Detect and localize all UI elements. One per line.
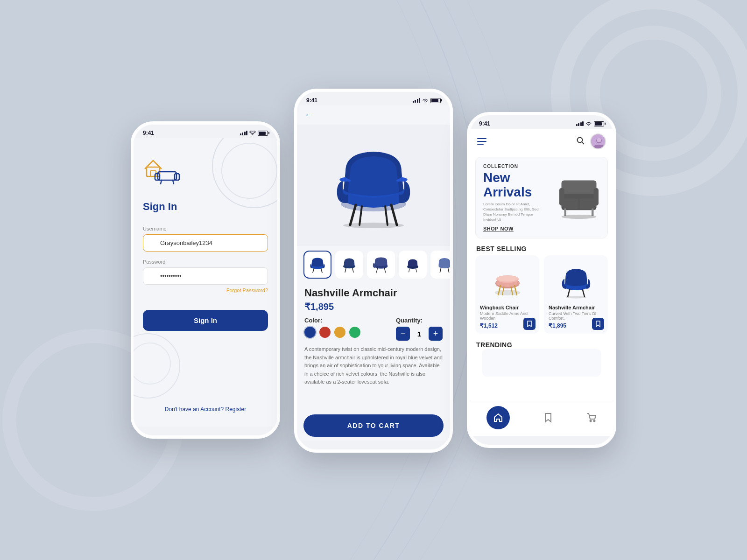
- svg-line-22: [376, 268, 377, 272]
- shop-now-button[interactable]: SHOP NOW: [483, 226, 558, 231]
- svg-point-17: [343, 223, 404, 228]
- svg-line-25: [416, 269, 417, 272]
- svg-point-54: [590, 420, 592, 422]
- svg-line-18: [313, 268, 314, 273]
- svg-point-46: [497, 276, 518, 282]
- hamburger-menu[interactable]: [477, 138, 486, 145]
- color-dots: [304, 327, 360, 338]
- color-orange[interactable]: [334, 327, 345, 338]
- nashville-bookmark[interactable]: [592, 318, 604, 330]
- thumbnail-4[interactable]: [399, 251, 427, 279]
- svg-line-29: [582, 142, 585, 145]
- svg-line-19: [321, 268, 322, 273]
- sign-in-phone: 9:41: [131, 121, 280, 439]
- username-input-wrapper: [143, 234, 268, 252]
- shop-home-phone: 9:41: [467, 112, 616, 448]
- color-green[interactable]: [349, 327, 360, 338]
- wingback-name: Wingback Chair: [480, 305, 535, 310]
- svg-line-26: [440, 268, 441, 272]
- svg-line-51: [568, 290, 570, 297]
- product-content: ←: [297, 105, 450, 441]
- thumbnail-2[interactable]: [335, 251, 363, 279]
- qty-increase-button[interactable]: +: [429, 327, 443, 341]
- bg-circle-2: [221, 143, 277, 199]
- svg-rect-40: [592, 208, 594, 216]
- svg-point-28: [578, 138, 583, 143]
- time-left: 9:41: [143, 130, 154, 136]
- product-card-nashville: Nashville Armchair Curved With Two Tiers…: [544, 255, 608, 334]
- status-icons-right: [576, 121, 605, 126]
- username-input[interactable]: [143, 234, 268, 252]
- color-quantity-row: Color: Quantity: − 1 +: [304, 317, 443, 341]
- add-to-cart-button[interactable]: ADD TO CART: [303, 414, 444, 437]
- qty-controls: − 1 +: [396, 327, 443, 341]
- wingback-bookmark[interactable]: [523, 318, 536, 330]
- password-input-wrapper: [143, 267, 268, 285]
- svg-line-20: [345, 268, 346, 272]
- thumbnail-row: [297, 246, 450, 283]
- quantity-label: Quantity:: [396, 317, 443, 324]
- svg-line-27: [448, 268, 449, 272]
- nav-cart[interactable]: [586, 413, 597, 423]
- battery-icon-right: [594, 121, 604, 126]
- best-selling-title: BEST SELLING: [470, 241, 613, 255]
- banner-heading: NewArrivals: [483, 171, 558, 200]
- banner-description: Lorem ipsum Dolor sit Amet, Consectetur …: [483, 202, 544, 223]
- svg-rect-37: [559, 188, 564, 206]
- battery-icon-mid: [430, 98, 441, 103]
- svg-line-23: [385, 268, 386, 272]
- qty-value: 1: [415, 330, 424, 338]
- wifi-icon-mid: [422, 98, 429, 103]
- username-group: Username: [143, 226, 268, 252]
- product-price: ₹1,895: [304, 301, 443, 312]
- password-input[interactable]: [143, 267, 268, 285]
- forgot-password-link[interactable]: Forgot Password?: [143, 287, 268, 293]
- banner-collection-label: COLLECTION: [483, 164, 558, 169]
- password-group: Password Forgot Password?: [143, 259, 268, 293]
- svg-rect-38: [594, 188, 599, 206]
- svg-line-21: [352, 268, 353, 272]
- color-red[interactable]: [319, 327, 331, 338]
- banner-card: COLLECTION NewArrivals Lorem ipsum Dolor…: [475, 157, 608, 238]
- register-link[interactable]: Don't have an Account? Register: [143, 406, 268, 417]
- status-icons-left: [240, 131, 268, 136]
- bottom-nav: [470, 401, 613, 436]
- trending-label: TRENDING: [476, 341, 512, 349]
- username-label: Username: [143, 226, 268, 231]
- signal-icon-mid: [413, 98, 421, 103]
- svg-rect-35: [563, 198, 579, 209]
- battery-icon: [258, 131, 268, 136]
- qty-decrease-button[interactable]: −: [396, 327, 410, 341]
- shop-header: [470, 129, 613, 154]
- user-avatar[interactable]: [590, 133, 606, 149]
- time-right: 9:41: [479, 120, 490, 127]
- banner-text: COLLECTION NewArrivals Lorem ipsum Dolor…: [483, 164, 558, 231]
- svg-rect-5: [158, 172, 176, 180]
- thumbnail-3[interactable]: [367, 251, 395, 279]
- banner-sofa-image: [558, 172, 600, 224]
- signin-button[interactable]: Sign In: [143, 310, 268, 331]
- password-label: Password: [143, 259, 268, 265]
- thumbnail-1[interactable]: [303, 251, 331, 279]
- trending-title: TRENDING: [470, 337, 613, 401]
- signal-icon-right: [576, 121, 584, 126]
- signin-content: Sign In Username Password: [134, 138, 277, 427]
- search-button[interactable]: [576, 136, 585, 147]
- color-label: Color:: [304, 317, 360, 324]
- nav-bookmark[interactable]: [543, 413, 553, 423]
- phones-container: 9:41: [131, 107, 616, 453]
- wingback-chair-image: [480, 260, 535, 302]
- status-bar-left: 9:41: [134, 124, 277, 138]
- time-middle: 9:41: [306, 97, 317, 104]
- thumbnail-5[interactable]: [430, 251, 450, 279]
- color-section: Color:: [304, 317, 360, 338]
- products-row: Wingback Chair Modern Saddle Arms And Wo…: [470, 255, 613, 337]
- product-card-wingback: Wingback Chair Modern Saddle Arms And Wo…: [475, 255, 539, 334]
- back-button[interactable]: ←: [304, 110, 313, 119]
- status-bar-middle: 9:41: [297, 91, 450, 105]
- color-blue[interactable]: [304, 327, 316, 338]
- trending-placeholder: [482, 349, 601, 377]
- status-icons-middle: [413, 98, 441, 103]
- nav-home[interactable]: [486, 406, 510, 429]
- nashville-small-name: Nashville Armchair: [549, 305, 603, 310]
